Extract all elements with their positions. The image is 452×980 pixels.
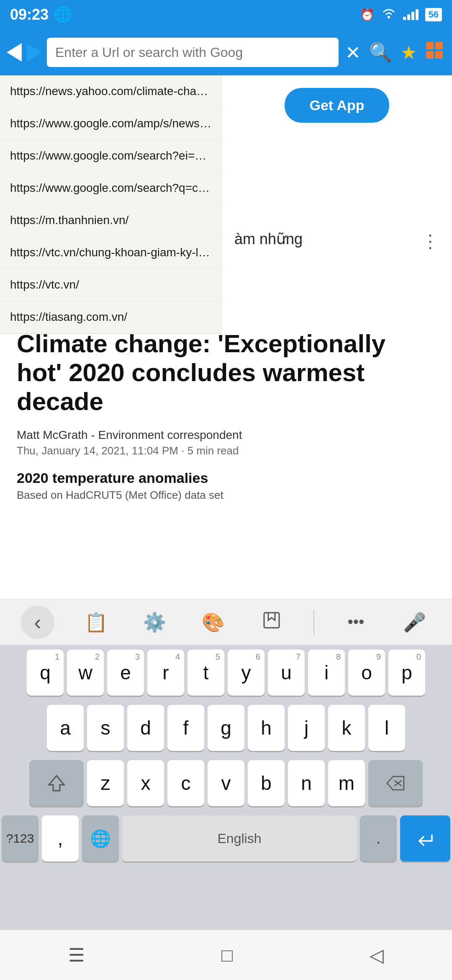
return-key[interactable]	[400, 815, 450, 861]
key-i[interactable]: 8i	[308, 650, 345, 696]
keyboard: 1q 2w 3e 4r 5t 6y 7u 8i 9o 0p a s d f g …	[0, 645, 452, 930]
toolbar-settings-button[interactable]: ⚙️	[138, 606, 171, 639]
key-x[interactable]: x	[127, 760, 164, 806]
status-time: 09:23	[10, 6, 49, 23]
key-r[interactable]: 4r	[147, 650, 184, 696]
grid-icon[interactable]	[424, 39, 445, 65]
chart-title: 2020 temperature anomalies	[17, 470, 435, 486]
key-h[interactable]: h	[248, 705, 285, 751]
key-e[interactable]: 3e	[107, 650, 144, 696]
dropdown-item-3[interactable]: https://www.google.com/search?q=cli...	[0, 172, 221, 204]
keyboard-row-3: z x c v b n m	[0, 756, 452, 811]
svg-rect-5	[264, 613, 279, 628]
alarm-icon: ⏰	[360, 8, 375, 22]
dropdown-item-2[interactable]: https://www.google.com/search?ei=6Jl...	[0, 140, 221, 172]
status-right-icons: ⏰ 56	[360, 7, 442, 23]
dropdown-item-5[interactable]: https://vtc.vn/chung-khoan-giam-ky-luc..…	[0, 237, 221, 269]
key-g[interactable]: g	[208, 705, 244, 751]
key-k[interactable]: k	[328, 705, 365, 751]
key-y[interactable]: 6y	[228, 650, 265, 696]
status-bar: 09:23 🌐 ⏰ 56	[0, 0, 452, 29]
key-s[interactable]: s	[87, 705, 124, 751]
dropdown-item-1[interactable]: https://www.google.com/amp/s/news....	[0, 108, 221, 140]
num-key[interactable]: ?123	[2, 815, 39, 861]
wifi-icon	[381, 8, 396, 22]
dropdown-item-4[interactable]: https://m.thanhnien.vn/	[0, 204, 221, 237]
svg-rect-2	[435, 42, 443, 49]
toolbar-back-button[interactable]: ‹	[21, 606, 54, 639]
comma-key[interactable]: ,	[42, 815, 79, 861]
article-date: Thu, January 14, 2021, 11:04 PM · 5 min …	[17, 444, 435, 457]
battery-icon: 56	[425, 8, 442, 21]
key-l[interactable]: l	[368, 705, 405, 751]
browser-toolbar-bottom: ‹ 📋 ⚙️ 🎨 ••• 🎤	[0, 599, 452, 645]
shift-key[interactable]	[29, 760, 84, 806]
key-t[interactable]: 5t	[187, 650, 224, 696]
article-side-panel: àm những ⋮	[222, 222, 452, 260]
svg-marker-6	[49, 776, 64, 791]
key-u[interactable]: 7u	[268, 650, 305, 696]
toolbar-bookmark-button[interactable]	[255, 606, 288, 639]
toolbar-divider	[313, 610, 314, 635]
key-m[interactable]: m	[328, 760, 365, 806]
get-app-area: Get App	[222, 75, 452, 135]
key-c[interactable]: c	[167, 760, 204, 806]
back-arrow-icon	[7, 43, 22, 62]
more-icon: •••	[347, 613, 364, 631]
backspace-key[interactable]	[368, 760, 423, 806]
get-app-button[interactable]: Get App	[285, 88, 390, 123]
bookmark-icon	[262, 611, 281, 633]
url-dropdown: https://news.yahoo.com/climate-chang... …	[0, 75, 222, 334]
star-icon[interactable]: ★	[399, 40, 419, 65]
clipboard-icon: 📋	[85, 611, 108, 633]
key-q[interactable]: 1q	[27, 650, 64, 696]
period-key[interactable]: .	[360, 815, 397, 861]
search-icon[interactable]: 🔍	[367, 40, 394, 65]
key-a[interactable]: a	[47, 705, 84, 751]
toolbar-back-icon: ‹	[34, 610, 41, 635]
svg-point-0	[388, 16, 390, 18]
bottom-home-button[interactable]: □	[221, 945, 233, 966]
article-author: Matt McGrath - Environment correspondent	[17, 428, 435, 442]
svg-rect-4	[435, 51, 443, 59]
key-z[interactable]: z	[87, 760, 124, 806]
key-w[interactable]: 2w	[67, 650, 104, 696]
key-d[interactable]: d	[127, 705, 164, 751]
svg-rect-1	[426, 42, 434, 49]
toolbar-more-button[interactable]: •••	[339, 606, 372, 639]
toolbar-clipboard-button[interactable]: 📋	[80, 606, 113, 639]
dropdown-item-6[interactable]: https://vtc.vn/	[0, 269, 221, 301]
key-j[interactable]: j	[288, 705, 325, 751]
back-button[interactable]	[7, 43, 22, 62]
globe-key[interactable]: 🌐	[82, 815, 119, 861]
key-o[interactable]: 9o	[348, 650, 385, 696]
svg-rect-3	[426, 51, 434, 59]
palette-icon: 🎨	[202, 611, 225, 633]
dropdown-item-0[interactable]: https://news.yahoo.com/climate-chang...	[0, 75, 221, 108]
dropdown-item-7[interactable]: https://tiasang.com.vn/	[0, 301, 221, 333]
toolbar-palette-button[interactable]: 🎨	[196, 606, 230, 639]
key-n[interactable]: n	[288, 760, 325, 806]
more-options-icon[interactable]: ⋮	[421, 230, 439, 252]
settings-icon: ⚙️	[143, 611, 166, 633]
url-input[interactable]	[47, 38, 339, 67]
key-v[interactable]: v	[208, 760, 244, 806]
key-f[interactable]: f	[167, 705, 204, 751]
bottom-back-button[interactable]: ◁	[370, 944, 384, 966]
close-icon[interactable]: ✕	[344, 40, 362, 65]
keyboard-row-4: ?123 , 🌐 English .	[0, 811, 452, 866]
key-p[interactable]: 0p	[388, 650, 425, 696]
bottom-navigation: ☰ □ ◁	[0, 930, 452, 980]
status-time-area: 09:23 🌐	[10, 6, 72, 23]
space-key[interactable]: English	[122, 815, 357, 861]
toolbar-mic-button[interactable]: 🎤	[398, 606, 431, 639]
forward-arrow-icon	[27, 43, 42, 62]
signal-icon	[403, 7, 419, 23]
key-b[interactable]: b	[248, 760, 285, 806]
forward-button[interactable]	[27, 43, 42, 62]
status-globe-icon: 🌐	[54, 6, 72, 23]
keyboard-row-1: 1q 2w 3e 4r 5t 6y 7u 8i 9o 0p	[0, 645, 452, 700]
mic-icon: 🎤	[403, 611, 426, 633]
browser-toolbar: ✕ 🔍 ★	[0, 29, 452, 75]
bottom-menu-button[interactable]: ☰	[68, 944, 85, 966]
